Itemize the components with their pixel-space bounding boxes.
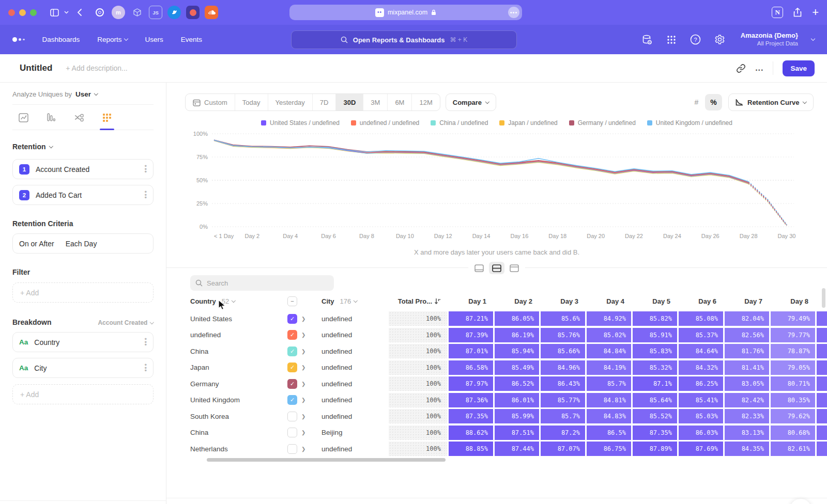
chevron-down-icon[interactable] [64, 11, 69, 14]
legend-item[interactable]: United States / undefined [261, 119, 340, 127]
retention-cell[interactable]: 85.77% [541, 393, 585, 407]
table-search-input[interactable] [207, 279, 320, 287]
retention-cell[interactable]: 85.37% [679, 328, 723, 342]
expand-row-icon[interactable]: ❯ [301, 349, 305, 354]
row-checkbox[interactable]: ✓ [287, 379, 297, 389]
mixpanel-logo-icon[interactable] [12, 37, 25, 42]
retention-cell[interactable]: 82.56% [725, 328, 769, 342]
row-checkbox[interactable] [287, 412, 297, 421]
retention-cell[interactable]: 84.84% [587, 344, 631, 358]
day-column-header[interactable]: Day 2 [495, 297, 539, 305]
retention-cell[interactable]: 87.35% [449, 409, 493, 423]
retention-cell[interactable]: 85.91% [633, 328, 677, 342]
unit-percent-button[interactable]: % [705, 94, 722, 111]
retention-cell[interactable]: 85.64% [633, 393, 677, 407]
copy-link-icon[interactable] [736, 64, 746, 73]
js-extension-icon[interactable]: JS [149, 6, 162, 19]
bird-extension-icon[interactable] [167, 6, 181, 19]
retention-cell[interactable]: 85.08% [679, 311, 723, 326]
row-checkbox[interactable] [287, 428, 297, 437]
maximize-window-button[interactable] [30, 9, 37, 16]
window-controls[interactable] [8, 9, 37, 16]
apps-grid-icon[interactable] [666, 35, 677, 45]
minimize-window-button[interactable] [19, 9, 26, 16]
retention-cell[interactable]: 79.62% [771, 409, 815, 423]
legend-item[interactable]: Germany / undefined [569, 119, 636, 127]
retention-cell[interactable]: 85.82% [633, 311, 677, 326]
retention-cell[interactable]: 88.62% [449, 426, 493, 440]
active-tab-favicon[interactable] [186, 6, 200, 19]
legend-item[interactable]: China / undefined [431, 119, 488, 127]
date-range-6m[interactable]: 6M [388, 94, 412, 111]
breakdown-country-label[interactable]: Country [34, 338, 59, 346]
retention-step-1[interactable]: 1 Account Created ••• [12, 159, 154, 179]
nav-item-dashboards[interactable]: Dashboards [42, 36, 80, 43]
retention-cell[interactable]: 86.5% [587, 426, 631, 440]
day-column-header[interactable]: Day 3 [541, 297, 585, 305]
breakdown-country-menu-icon[interactable]: ••• [144, 338, 147, 347]
day-column-header[interactable]: Day 1 [449, 297, 493, 305]
retention-cell[interactable]: 85.7% [587, 376, 631, 391]
report-title[interactable]: Untitled [20, 63, 52, 73]
date-range-custom[interactable]: Custom [186, 94, 235, 111]
tab-flows[interactable] [71, 111, 87, 124]
url-bar[interactable]: •• mixpanel.com ••• [289, 5, 522, 20]
step-1-event[interactable]: Account Created [36, 165, 89, 174]
tab-funnels[interactable] [43, 111, 59, 124]
step-1-menu-icon[interactable]: ••• [144, 165, 147, 174]
day-column-header[interactable]: Day 7 [725, 297, 769, 305]
retention-cell[interactable]: 88.85% [449, 442, 493, 456]
retention-cell[interactable]: 87.01% [449, 344, 493, 358]
retention-cell[interactable]: 85.94% [495, 344, 539, 358]
retention-cell[interactable]: 85.83% [633, 344, 677, 358]
tab-insights[interactable] [16, 111, 31, 124]
retention-cell[interactable]: 85.66% [541, 344, 585, 358]
retention-cell[interactable]: 85.02% [587, 328, 631, 342]
breakdown-city-menu-icon[interactable]: ••• [144, 364, 147, 373]
select-all-checkbox[interactable]: – [287, 296, 297, 306]
add-description-button[interactable]: + Add description... [66, 64, 127, 72]
horizontal-scrollbar[interactable] [207, 458, 446, 462]
expand-row-icon[interactable]: ❯ [301, 365, 305, 370]
breakdown-scope-select[interactable]: Account Created [98, 319, 154, 326]
retention-cell[interactable]: 85.7% [541, 409, 585, 423]
date-range-12m[interactable]: 12M [412, 94, 439, 111]
tab-retention[interactable] [99, 111, 115, 124]
retention-cell[interactable]: 86.25% [679, 376, 723, 391]
retention-cell[interactable]: 84.81% [587, 393, 631, 407]
retention-cell[interactable]: 87.21% [449, 311, 493, 326]
retention-cell[interactable]: 87.44% [495, 442, 539, 456]
breakdown-country[interactable]: Aa Country ••• [12, 332, 154, 352]
retention-cell[interactable]: 87.36% [449, 393, 493, 407]
retention-cell[interactable]: 82.42% [725, 393, 769, 407]
url-more-icon[interactable]: ••• [508, 7, 519, 18]
retention-cell[interactable]: 87.07% [541, 442, 585, 456]
legend-item[interactable]: Japan / undefined [499, 119, 557, 127]
retention-cell[interactable]: 78.87% [771, 344, 815, 358]
project-switcher[interactable]: Amazonia {Demo} All Project Data [741, 32, 798, 48]
retention-cell[interactable]: 87.51% [495, 426, 539, 440]
retention-cell[interactable]: 85.99% [495, 409, 539, 423]
retention-step-2[interactable]: 2 Added To Cart ••• [12, 185, 154, 205]
retention-cell[interactable]: 87.2% [541, 426, 585, 440]
day-column-header[interactable]: Day 4 [587, 297, 631, 305]
expand-row-icon[interactable]: ❯ [301, 381, 305, 387]
retention-cell[interactable]: 82.04% [725, 311, 769, 326]
retention-cell[interactable]: 79.77% [771, 328, 815, 342]
retention-cell[interactable]: 86.03% [679, 426, 723, 440]
legend-item[interactable]: United Kingdom / undefined [647, 119, 732, 127]
retention-cell[interactable]: 84.64% [679, 344, 723, 358]
retention-cell[interactable]: 86.58% [449, 360, 493, 375]
city-column-header[interactable]: City 176 [321, 297, 389, 305]
retention-cell[interactable]: 80.35% [771, 393, 815, 407]
retention-cell[interactable]: 80.71% [771, 376, 815, 391]
more-actions-button[interactable]: ... [755, 64, 763, 73]
retention-cell[interactable]: 87.97% [449, 376, 493, 391]
row-checkbox[interactable]: ✓ [287, 314, 297, 324]
retention-cell[interactable]: 82.33% [725, 409, 769, 423]
data-management-icon[interactable] [641, 34, 653, 45]
retention-cell[interactable]: 87.89% [633, 442, 677, 456]
retention-cell[interactable]: 84.35% [725, 442, 769, 456]
criteria-interval-select[interactable]: Each Day [66, 240, 97, 248]
retention-cell[interactable]: 86.05% [495, 311, 539, 326]
